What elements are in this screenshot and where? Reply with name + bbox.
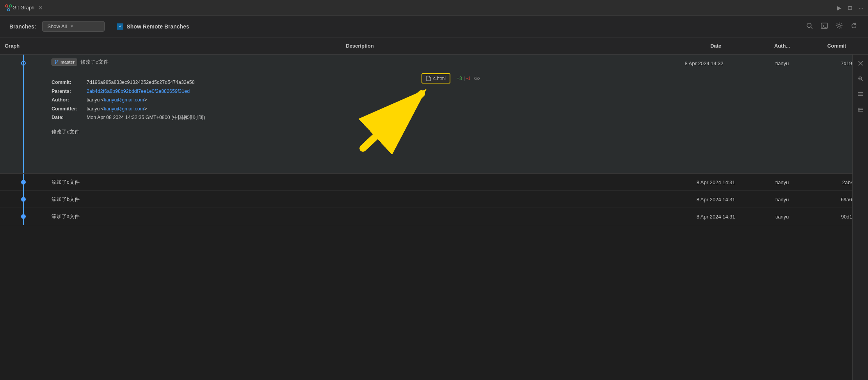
col-header-author: Auth... [759,43,806,49]
graph-cell-2 [0,174,47,191]
date-label: Date: [52,113,87,122]
show-remote-branches-label: Show Remote Branches [126,23,189,30]
table-header: Graph Description Date Auth... Commit [0,37,868,55]
col-header-graph: Graph [0,43,47,49]
run-button[interactable]: ▶ [837,5,841,11]
date-cell-3: 8 Apr 2024 14:31 [673,193,759,206]
refresh-icon[interactable] [849,21,859,32]
svg-point-2 [7,9,10,11]
svg-point-1 [9,5,12,7]
settings-icon[interactable] [834,21,844,32]
graph-node-3 [21,197,26,202]
graph-cell-4 [0,208,47,225]
committer-label: Committer: [52,105,87,114]
svg-point-12 [55,63,56,64]
graph-node-outline [21,61,26,66]
author-cell-2: tianyu [759,176,806,189]
svg-line-3 [7,7,9,9]
author-name: tianyu [87,97,100,103]
svg-point-0 [5,5,8,7]
parents-label: Parents: [52,87,87,96]
graph-cell-expanded [0,55,47,72]
file-change-overlay: c.html +3 | -1 [422,73,480,83]
date-cell-2: 8 Apr 2024 14:31 [673,176,759,189]
search-in-detail-icon[interactable] [855,73,866,84]
right-sidebar [852,55,868,380]
table-row[interactable]: 添加了c文件 8 Apr 2024 14:31 tianyu 2ab4d2f6 [0,174,868,191]
detail-date: Date: Mon Apr 08 2024 14:32:35 GMT+0800 … [52,113,863,122]
expanded-bottom: Commit: 7d196a985a833ec91324252ed5c27d54… [0,72,868,173]
checkmark-icon: ✓ [119,24,122,29]
pipe-separator: | [464,76,465,81]
commit-message-3: 添加了b文件 [52,196,80,202]
commit-full-hash: 7d196a985a833ec91324252ed5c27d5474a32e58 [87,78,195,87]
expanded-top: master 修改了c文件 8 Apr 2024 14:32 tianyu 7d… [0,55,868,72]
svg-point-11 [57,60,59,62]
commit-message-4: 添加了a文件 [52,213,80,219]
branches-label: Branches: [9,23,36,30]
file-changes-stats: +3 | -1 [457,76,470,81]
detail-author: Author: tianyu <tianyu@gmail.com> [52,96,863,105]
author-label: Author: [52,96,87,105]
committer-email-link[interactable]: tianyu@gmail.com [104,106,144,112]
chevron-down-icon: ▼ [70,24,74,28]
search-icon[interactable] [805,21,814,32]
more-actions-button[interactable]: ··· [859,5,863,11]
detail-committer: Committer: tianyu <tianyu@gmail.com> [52,105,863,114]
toolbar-icons [805,21,859,32]
desc-cell-3: 添加了b文件 [47,192,673,207]
branch-badge[interactable]: master [52,59,77,66]
graph-node-4 [21,214,26,219]
svg-point-5 [807,23,811,27]
list-view-1-icon[interactable] [855,89,866,100]
additions-count: +3 [457,76,462,81]
svg-line-17 [861,80,863,81]
commit-message-summary: 修改了c文件 [80,59,108,66]
commit-details-area: Commit: 7d196a985a833ec91324252ed5c27d54… [47,72,868,173]
layout-button[interactable]: ⊡ [848,5,852,11]
desc-cell-2: 添加了c文件 [47,175,673,190]
svg-point-9 [838,25,840,27]
svg-line-4 [9,7,11,9]
close-tab-button[interactable]: ✕ [38,5,43,11]
expanded-description: master 修改了c文件 [47,55,649,72]
table-row[interactable]: 添加了b文件 8 Apr 2024 14:31 tianyu 69a6e977 [0,191,868,208]
list-view-2-icon[interactable] [855,105,866,115]
toolbar: Branches: Show All ▼ ✓ Show Remote Branc… [0,16,868,37]
terminal-icon[interactable] [820,21,829,32]
svg-rect-7 [821,23,827,28]
graph-node-2 [21,180,26,185]
branches-dropdown[interactable]: Show All ▼ [42,21,105,32]
commit-summary: master 修改了c文件 [52,59,645,66]
commit-message-2: 添加了c文件 [52,179,80,185]
app-title: Git Graph [12,5,34,11]
col-header-date: Date [673,43,759,49]
parents-hash-link[interactable]: 2ab4d2f6a8b98b92bddf7ee1e0f2e882659f31ed [87,87,190,96]
svg-line-6 [811,27,813,28]
svg-point-15 [859,77,862,80]
commit-label: Commit: [52,78,87,87]
show-remote-branches-area: ✓ Show Remote Branches [117,23,189,30]
svg-point-16 [859,78,861,79]
git-graph-icon [5,4,12,12]
expanded-commit-row: master 修改了c文件 8 Apr 2024 14:32 tianyu 7d… [0,55,868,174]
show-remote-branches-checkbox[interactable]: ✓ [117,23,123,30]
file-icon [426,76,431,81]
branches-dropdown-value: Show All [47,23,67,29]
table-row[interactable]: 添加了a文件 8 Apr 2024 14:31 tianyu 90d12c41 [0,208,868,225]
author-email-link[interactable]: tianyu@gmail.com [104,97,144,103]
commit-date-value: Mon Apr 08 2024 14:32:35 GMT+0800 (中国标准时… [87,113,205,122]
col-header-commit: Commit [806,43,868,49]
author-cell-3: tianyu [759,193,806,206]
desc-cell-4: 添加了a文件 [47,209,673,224]
svg-point-10 [55,60,56,62]
close-detail-button[interactable] [855,58,866,69]
eye-icon[interactable] [474,76,480,81]
svg-point-26 [476,78,478,79]
author-value: tianyu <tianyu@gmail.com> [87,96,147,105]
author-cell-4: tianyu [759,210,806,224]
date-cell-expanded: 8 Apr 2024 14:32 [649,57,759,70]
commit-details: Commit: 7d196a985a833ec91324252ed5c27d54… [52,78,863,122]
date-cell-4: 8 Apr 2024 14:31 [673,210,759,224]
file-badge[interactable]: c.html [422,73,450,83]
